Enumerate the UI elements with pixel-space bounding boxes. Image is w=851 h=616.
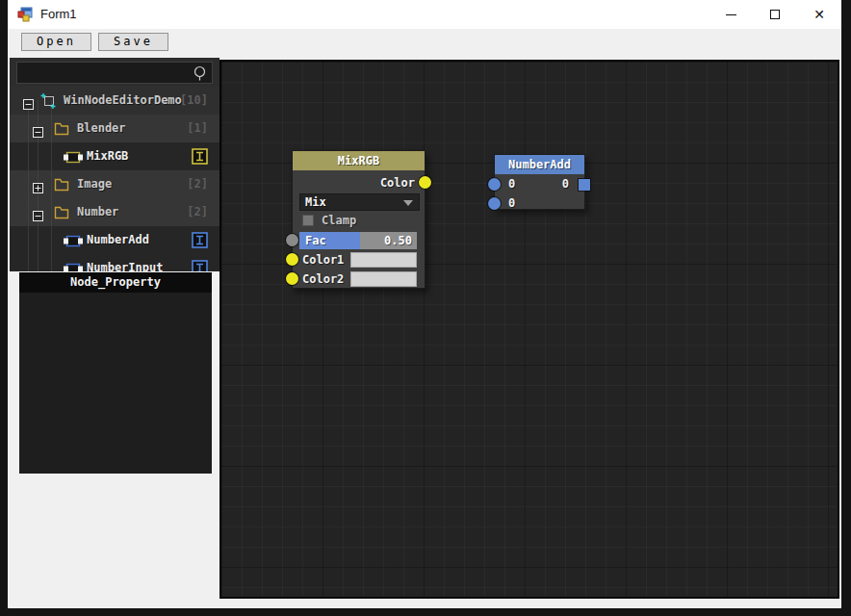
node-blue-icon [64,261,83,271]
folder-icon [54,177,69,195]
node-canvas[interactable]: MixRGB Color Mix Clamp Fac [221,62,838,597]
mixrgb-clamp-row: Clamp [302,213,356,228]
numberadd-node-header[interactable]: NumberAdd [495,155,584,174]
tree-item-count: [10] [180,87,208,115]
canvas-frame: MixRGB Color Mix Clamp Fac [219,60,839,599]
collapse-icon[interactable] [23,95,34,106]
mixrgb-blend-mode-dropdown[interactable]: Mix [299,193,420,211]
numberadd-output-socket[interactable] [579,179,590,191]
mixrgb-color2-swatch[interactable] [350,271,417,287]
tree-item-label: NumberAdd [87,226,149,254]
desktop-background: Form1 ✕ Open Save [0,0,851,616]
tree-item-winnodeeditordemo[interactable]: WinNodeEditorDemo[10] [10,87,219,115]
close-button[interactable]: ✕ [797,0,841,29]
search-box[interactable] [16,62,213,84]
node-type-badge-icon [192,148,208,168]
collapse-icon[interactable] [33,207,43,218]
form-app-icon [17,7,33,22]
tree-item-number[interactable]: Number[2] [10,198,219,226]
expand-icon[interactable] [33,179,43,190]
collapse-icon[interactable] [33,123,43,134]
maximize-icon [770,10,780,19]
search-input[interactable] [19,64,193,82]
mixrgb-color-output-socket[interactable] [419,176,431,189]
mixrgb-output-label: Color [380,174,415,192]
mixrgb-color1-label: Color1 [302,251,344,269]
window-title: Form1 [40,7,77,22]
tree-item-label: WinNodeEditorDemo [64,87,182,115]
mixrgb-color2-input-socket[interactable] [286,272,298,285]
titlebar[interactable]: Form1 ✕ [8,0,841,29]
search-icon [193,65,207,86]
node-type-badge-icon [192,232,208,252]
tree-item-mixrgb[interactable]: MixRGB [10,142,219,170]
open-button[interactable]: Open [21,33,91,51]
mixrgb-color2-label: Color2 [302,270,344,288]
node-blue-icon [64,233,83,251]
tree-item-count: [2] [187,198,208,226]
tree-list: WinNodeEditorDemo[10] Blender[1] MixRGB … [10,87,219,271]
tree-item-count: [2] [187,170,208,198]
tree-item-count: [1] [187,115,208,142]
save-button[interactable]: Save [98,33,168,51]
node-library-panel: WinNodeEditorDemo[10] Blender[1] MixRGB … [10,58,219,271]
node-type-badge-icon [192,260,208,271]
maximize-button[interactable] [753,0,797,29]
mixrgb-fac-label: Fac [305,232,326,249]
mixrgb-clamp-label: Clamp [322,214,356,227]
minimize-icon [726,14,736,15]
node-numberadd[interactable]: NumberAdd 0 0 0 [494,154,585,210]
tree-item-label: Blender [77,115,126,142]
canvas-icon [40,93,56,113]
mixrgb-blend-mode-value: Mix [305,195,326,209]
tree-item-image[interactable]: Image[2] [10,170,219,198]
numberadd-output-value: 0 [562,175,569,193]
tree-item-blender[interactable]: Blender[1] [10,115,219,142]
mixrgb-fac-slider[interactable]: Fac 0.50 [299,232,417,249]
numberadd-input1-socket[interactable] [488,178,501,191]
mixrgb-fac-input-socket[interactable] [286,234,298,246]
folder-icon [54,205,69,223]
mixrgb-color1-swatch[interactable] [350,252,417,268]
node-yellow-icon [64,149,83,167]
mixrgb-node-header[interactable]: MixRGB [293,151,425,170]
close-icon: ✕ [813,7,825,22]
app-window: Form1 ✕ Open Save [8,0,841,608]
node-property-panel: Node_Property [19,272,212,474]
chevron-down-icon [403,200,413,206]
node-property-title: Node_Property [19,272,212,293]
numberadd-input2-value: 0 [508,194,515,213]
mixrgb-clamp-checkbox[interactable] [302,215,314,226]
minimize-button[interactable] [709,0,753,29]
mixrgb-fac-value: 0.50 [384,232,412,249]
toolbar: Open Save [8,29,841,60]
node-mixrgb[interactable]: MixRGB Color Mix Clamp Fac [292,150,426,289]
tree-item-label: NumberInput [87,254,163,271]
numberadd-input1-value: 0 [508,175,515,193]
tree-item-label: Number [77,198,118,226]
tree-item-numberinput[interactable]: NumberInput [10,254,219,271]
mixrgb-color1-input-socket[interactable] [286,253,298,266]
tree-item-label: MixRGB [87,142,128,170]
folder-icon [54,121,69,140]
tree-item-numberadd[interactable]: NumberAdd [10,226,219,254]
tree-item-label: Image [77,170,112,198]
numberadd-input2-socket[interactable] [488,197,501,210]
